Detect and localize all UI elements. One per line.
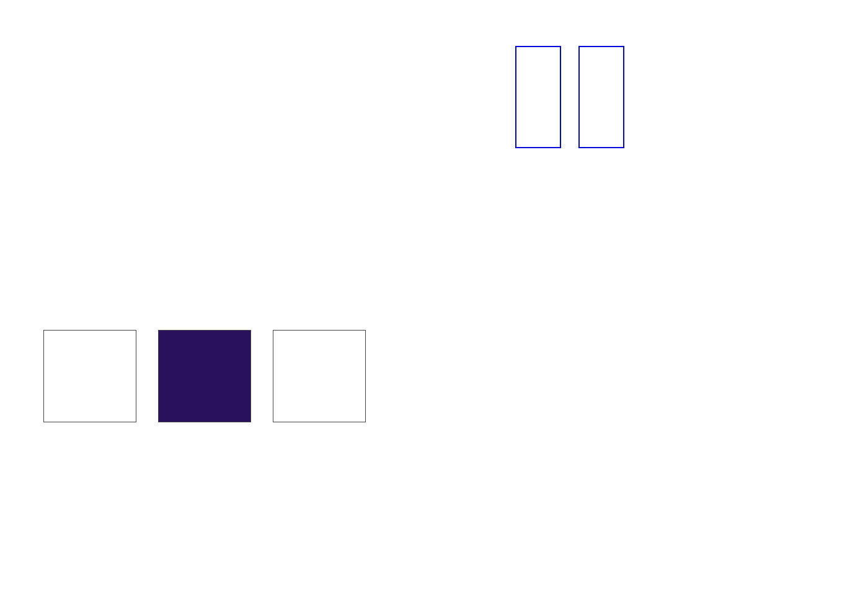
elixer-report bbox=[0, 0, 868, 591]
full-spectrum-plot bbox=[37, 205, 831, 287]
hsc-cutout-panel bbox=[273, 330, 366, 422]
clean-image-image bbox=[578, 46, 624, 148]
lineflux-map-panel bbox=[158, 330, 251, 422]
header-datetime-version bbox=[819, 3, 828, 12]
fiber-positions-panel bbox=[43, 330, 136, 422]
with-sky-image bbox=[515, 46, 561, 148]
line-fit-plot bbox=[632, 30, 832, 141]
